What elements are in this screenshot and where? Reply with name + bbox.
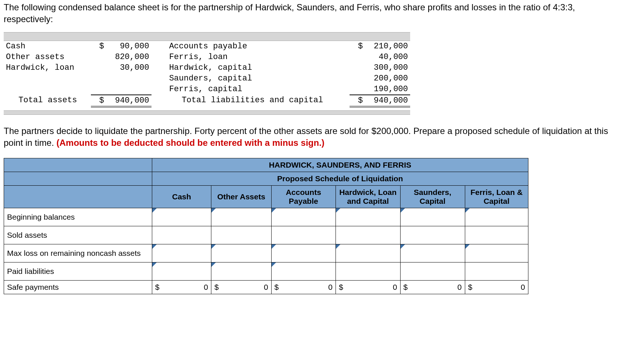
safe-payment-cell: $0 — [400, 280, 465, 294]
table-row: Sold assets — [4, 226, 528, 244]
dropdown-icon — [272, 262, 276, 267]
input-cell[interactable] — [152, 262, 211, 280]
input-cell[interactable] — [211, 208, 271, 226]
balance-footer-bar — [4, 110, 410, 115]
safe-payment-cell: $0 — [336, 280, 400, 294]
dropdown-icon — [211, 208, 216, 213]
input-cell[interactable] — [400, 244, 465, 262]
liab-amount: 190,000 — [365, 84, 410, 95]
input-cell[interactable] — [400, 262, 465, 280]
row-sold-assets: Sold assets — [4, 226, 152, 244]
table-row: Beginning balances — [4, 208, 528, 226]
liab-label: Saunders, capital — [167, 73, 350, 84]
total-liab-currency: $ — [350, 95, 365, 107]
safe-value: 0 — [264, 283, 268, 292]
input-cell[interactable] — [271, 262, 336, 280]
input-cell[interactable] — [271, 208, 336, 226]
input-cell[interactable] — [271, 244, 336, 262]
col-header-saunders: Saunders, Capital — [400, 185, 465, 208]
dropdown-icon — [465, 208, 470, 213]
total-assets-currency: $ — [91, 95, 106, 107]
safe-payment-cell: $0 — [211, 280, 271, 294]
asset-label: Cash — [4, 41, 91, 52]
balance-header-bar — [4, 32, 410, 41]
asset-amount: 30,000 — [106, 62, 152, 73]
liab-currency — [350, 52, 365, 62]
table-row: Safe payments $0 $0 $0 $0 $0 $0 — [4, 280, 528, 294]
currency-sign: $ — [468, 283, 473, 292]
dropdown-icon — [401, 244, 405, 249]
row-beginning-balances: Beginning balances — [4, 208, 152, 226]
input-cell[interactable] — [336, 262, 400, 280]
asset-label: Hardwick, loan — [4, 62, 91, 73]
intro-text: The following condensed balance sheet is… — [4, 1, 619, 25]
schedule-blank-header — [4, 172, 152, 185]
col-header-cash: Cash — [152, 185, 211, 208]
input-cell[interactable] — [465, 244, 528, 262]
liab-amount: 200,000 — [365, 73, 410, 84]
balance-sheet: Cash $ 90,000 Accounts payable $ 210,000… — [4, 32, 410, 115]
currency-sign: $ — [339, 283, 343, 292]
instruction-warning: (Amounts to be deducted should be entere… — [57, 138, 324, 148]
dropdown-icon — [401, 208, 405, 213]
input-cell[interactable] — [465, 226, 528, 244]
dropdown-icon — [336, 208, 340, 213]
input-cell[interactable] — [336, 208, 400, 226]
input-cell[interactable] — [152, 244, 211, 262]
input-cell[interactable] — [400, 208, 465, 226]
safe-value: 0 — [393, 283, 397, 292]
row-safe-payments: Safe payments — [4, 280, 152, 294]
currency-sign: $ — [214, 283, 219, 292]
liab-currency — [350, 73, 365, 84]
input-cell[interactable] — [211, 244, 271, 262]
asset-currency — [91, 52, 106, 62]
safe-value: 0 — [328, 283, 333, 292]
liab-amount: 210,000 — [365, 41, 410, 52]
input-cell[interactable] — [465, 262, 528, 280]
schedule-blank-header — [4, 158, 152, 172]
col-header-accounts-payable: Accounts Payable — [271, 185, 336, 208]
schedule-title-1: HARDWICK, SAUNDERS, AND FERRIS — [152, 158, 528, 172]
input-cell[interactable] — [271, 226, 336, 244]
col-header-hardwick: Hardwick, Loan and Capital — [336, 185, 400, 208]
liab-label: Ferris, loan — [167, 52, 350, 62]
total-liab-amount: 940,000 — [365, 95, 410, 107]
table-row: Max loss on remaining noncash assets — [4, 244, 528, 262]
col-header-ferris: Ferris, Loan & Capital — [465, 185, 528, 208]
safe-payment-cell: $0 — [465, 280, 528, 294]
dropdown-icon — [211, 262, 216, 267]
asset-amount: 90,000 — [106, 41, 152, 52]
safe-value: 0 — [204, 283, 208, 292]
dropdown-icon — [272, 208, 276, 213]
total-assets-label: Total assets — [4, 95, 91, 107]
schedule-table: HARDWICK, SAUNDERS, AND FERRIS Proposed … — [4, 158, 528, 294]
asset-label: Other assets — [4, 52, 91, 62]
liab-label: Hardwick, capital — [167, 62, 350, 73]
schedule-title-2: Proposed Schedule of Liquidation — [152, 172, 528, 185]
safe-value: 0 — [521, 283, 525, 292]
safe-payment-cell: $0 — [152, 280, 211, 294]
input-cell[interactable] — [211, 262, 271, 280]
input-cell[interactable] — [211, 226, 271, 244]
table-row: Paid liabilities — [4, 262, 528, 280]
schedule-blank-header — [4, 185, 152, 208]
liab-label: Ferris, capital — [167, 84, 350, 95]
input-cell[interactable] — [465, 208, 528, 226]
balance-table: Cash $ 90,000 Accounts payable $ 210,000… — [4, 41, 410, 107]
instruction-text: The partners decide to liquidate the par… — [4, 125, 619, 149]
asset-currency: $ — [91, 41, 106, 52]
asset-amount: 820,000 — [106, 52, 152, 62]
dropdown-icon — [152, 262, 157, 267]
dropdown-icon — [152, 244, 157, 249]
input-cell[interactable] — [336, 226, 400, 244]
input-cell[interactable] — [152, 208, 211, 226]
asset-currency — [91, 62, 106, 73]
currency-sign: $ — [275, 283, 279, 292]
input-cell[interactable] — [400, 226, 465, 244]
input-cell[interactable] — [152, 226, 211, 244]
safe-value: 0 — [457, 283, 462, 292]
input-cell[interactable] — [336, 244, 400, 262]
liab-amount: 40,000 — [365, 52, 410, 62]
currency-sign: $ — [155, 283, 160, 292]
dropdown-icon — [272, 244, 276, 249]
